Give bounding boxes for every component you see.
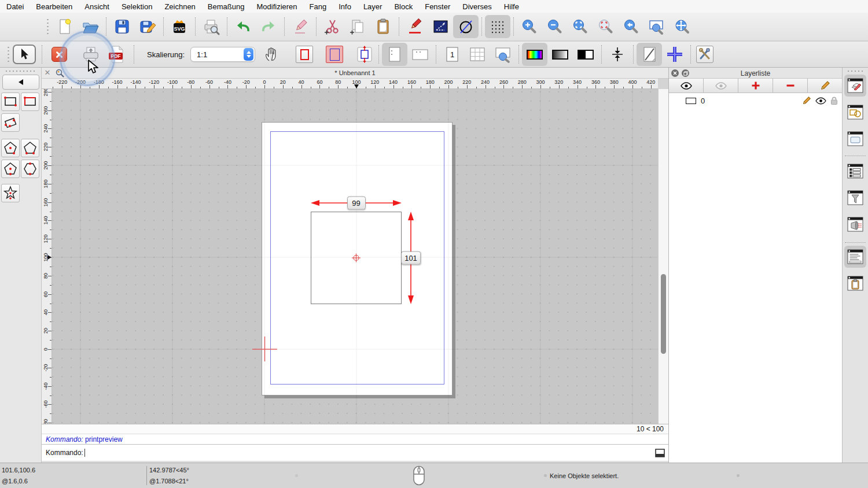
multi-page-button[interactable] (465, 43, 490, 66)
polygon-center-corner-tool[interactable] (1, 139, 20, 157)
rect-3points-tool[interactable] (1, 113, 20, 132)
palette-back-button[interactable] (2, 75, 39, 90)
print-button[interactable] (78, 43, 104, 66)
menu-item-fang[interactable]: Fang (310, 2, 327, 11)
layer-edit-icon[interactable] (802, 96, 811, 105)
polygon-2corners-tool[interactable] (21, 139, 39, 157)
menu-item-layer[interactable]: Layer (363, 2, 382, 11)
library-browser-dock-button[interactable] (844, 128, 866, 150)
new-file-button[interactable] (52, 15, 78, 38)
show-all-layers-button[interactable] (669, 79, 704, 93)
menu-item-ansicht[interactable]: Ansicht (84, 2, 109, 11)
toolbar-drag-handle[interactable] (7, 46, 10, 63)
ruler-tick (559, 85, 560, 88)
zoom-window-button[interactable] (644, 15, 670, 38)
single-page-button[interactable]: 1 (439, 43, 465, 66)
full-color-button[interactable] (522, 43, 547, 66)
dock-drag-handle[interactable] (847, 70, 864, 72)
cut-button[interactable] (319, 15, 345, 38)
line-tool-button[interactable] (428, 15, 453, 38)
dock-separator (845, 242, 866, 243)
menu-item-zeichnen[interactable]: Zeichnen (164, 2, 195, 11)
close-preview-button[interactable] (48, 44, 70, 65)
menu-item-fenster[interactable]: Fenster (425, 2, 450, 11)
zoom-out-button[interactable] (542, 15, 568, 38)
menu-item-block[interactable]: Block (394, 2, 413, 11)
palette-drag-handle[interactable] (5, 70, 37, 72)
save-button[interactable] (109, 15, 135, 38)
ruler-tick (99, 85, 100, 88)
open-file-button[interactable] (78, 15, 103, 38)
drawing-canvas[interactable]: 99 101 (52, 89, 658, 424)
pan-button[interactable] (670, 15, 695, 38)
menu-item-datei[interactable]: Datei (6, 2, 24, 11)
crosshair-button[interactable] (662, 43, 687, 66)
save-as-button[interactable] (135, 15, 160, 38)
layer-list-item[interactable]: 0 (669, 94, 842, 107)
grid-toggle-button[interactable] (485, 15, 510, 38)
add-layer-button[interactable] (738, 79, 773, 93)
landscape-orientation-button[interactable] (407, 43, 433, 66)
property-editor-dock-button[interactable] (844, 160, 866, 182)
command-line-dock-button[interactable] (844, 246, 866, 268)
star-tool[interactable] (1, 184, 20, 202)
stepper-icon[interactable] (244, 48, 253, 61)
layer-list-dock-button[interactable] (844, 75, 866, 97)
crop-margins-button[interactable] (605, 43, 630, 66)
delete-button[interactable] (288, 15, 313, 38)
menu-item-hilfe[interactable]: Hilfe (504, 2, 519, 11)
undo-button[interactable] (230, 15, 256, 38)
edit-layer-button[interactable] (808, 79, 842, 93)
zoom-to-page-button[interactable] (490, 43, 516, 66)
polygon-center-side-tool[interactable] (1, 160, 20, 178)
ellipse-tool-button[interactable] (453, 15, 479, 38)
zoom-auto-button[interactable] (568, 15, 593, 38)
block-list-dock-button[interactable] (844, 101, 866, 123)
zoom-in-button[interactable] (517, 15, 542, 38)
scale-combobox[interactable]: 1:1 (190, 47, 255, 62)
paper-overlay-button[interactable] (323, 44, 345, 65)
fit-to-paper-button[interactable] (354, 44, 376, 65)
rect-size-tool[interactable] (21, 93, 39, 111)
toolbar-drag-handle[interactable] (46, 18, 50, 35)
layer-visibility-icon[interactable] (815, 97, 826, 105)
pdf-export-button[interactable]: PDF (104, 43, 129, 66)
menu-item-modifizieren[interactable]: Modifizieren (256, 2, 297, 11)
clipboard-dock-button[interactable] (844, 272, 866, 294)
layer-lock-icon[interactable] (830, 97, 838, 105)
paper-border-button[interactable] (293, 44, 315, 65)
selection-filter-dock-button[interactable] (844, 187, 866, 209)
copy-button[interactable] (345, 15, 370, 38)
portrait-orientation-button[interactable] (382, 43, 407, 66)
menu-item-bemaßung[interactable]: Bemaßung (208, 2, 245, 11)
toolbar-main: SVG (0, 13, 868, 41)
projection-dock-button[interactable] (844, 213, 866, 235)
zoom-previous-button[interactable] (619, 15, 644, 38)
command-panel-toggle-icon[interactable] (655, 449, 665, 457)
hexagon-tool[interactable] (21, 160, 39, 178)
drawing-sheet-button[interactable] (637, 43, 662, 66)
vertical-scrollbar[interactable] (658, 89, 668, 424)
menu-item-info[interactable]: Info (339, 2, 351, 11)
zoom-selection-button[interactable] (593, 15, 619, 38)
grayscale-button[interactable] (547, 43, 573, 66)
pan-paper-button[interactable] (260, 43, 285, 66)
rect-2points-tool[interactable] (1, 93, 20, 111)
scrollbar-thumb[interactable] (661, 274, 666, 354)
menu-item-diverses[interactable]: Diverses (462, 2, 492, 11)
paste-button[interactable] (370, 15, 396, 38)
print-preview-button[interactable] (198, 15, 224, 38)
menu-item-selektion[interactable]: Selektion (122, 2, 152, 11)
command-input[interactable]: Kommando: (42, 444, 668, 461)
black-white-button[interactable] (573, 43, 598, 66)
preferences-button[interactable] (694, 44, 716, 65)
draw-pencil-button[interactable] (402, 15, 428, 38)
remove-layer-button[interactable] (773, 79, 808, 93)
menu-item-bearbeiten[interactable]: Bearbeiten (36, 2, 72, 11)
hide-all-layers-button[interactable] (704, 79, 738, 93)
selection-tool-button[interactable] (13, 45, 36, 64)
svg-export-button[interactable]: SVG (167, 15, 192, 38)
ruler-label: -220 (57, 79, 67, 85)
redo-button[interactable] (256, 15, 281, 38)
drawn-rectangle[interactable] (311, 212, 402, 304)
